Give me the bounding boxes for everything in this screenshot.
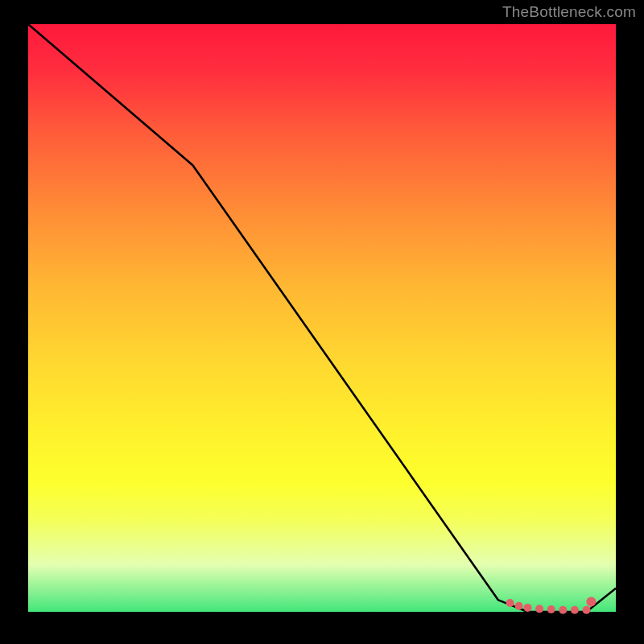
attribution-text: TheBottleneck.com (502, 3, 636, 21)
marker-point (515, 602, 523, 610)
marker-point (547, 605, 555, 613)
chart-overlay-svg (28, 24, 616, 612)
bottleneck-curve (28, 24, 616, 612)
marker-point (571, 606, 579, 614)
marker-point (506, 599, 514, 607)
marker-point (535, 605, 543, 613)
marker-point (583, 606, 591, 614)
marker-point (524, 604, 532, 612)
chart-container: TheBottleneck.com (0, 0, 644, 644)
marker-point (586, 597, 596, 607)
marker-point (559, 606, 567, 614)
